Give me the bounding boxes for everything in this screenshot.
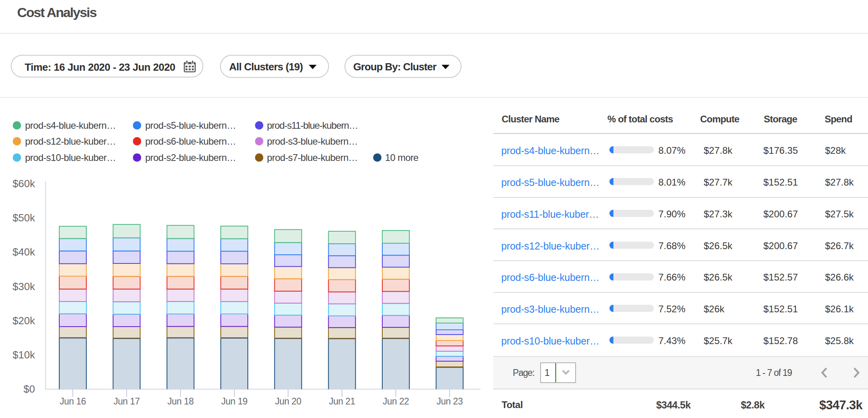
svg-text:$0: $0 [23, 383, 35, 395]
svg-text:Jun 21: Jun 21 [329, 396, 355, 406]
svg-text:$40k: $40k [13, 246, 35, 258]
svg-text:Jun 23: Jun 23 [436, 396, 463, 406]
svg-text:Jun 16: Jun 16 [60, 396, 86, 406]
svg-text:$30k: $30k [13, 281, 35, 292]
svg-text:Jun 20: Jun 20 [275, 396, 301, 406]
svg-text:Jun 22: Jun 22 [383, 396, 409, 406]
svg-text:$20k: $20k [13, 315, 35, 327]
svg-text:Jun 19: Jun 19 [221, 396, 247, 406]
svg-text:$50k: $50k [13, 212, 35, 224]
svg-text:$60k: $60k [13, 178, 35, 190]
svg-text:Jun 18: Jun 18 [167, 396, 194, 406]
svg-text:$10k: $10k [13, 349, 35, 361]
svg-text:Jun 17: Jun 17 [113, 396, 140, 406]
